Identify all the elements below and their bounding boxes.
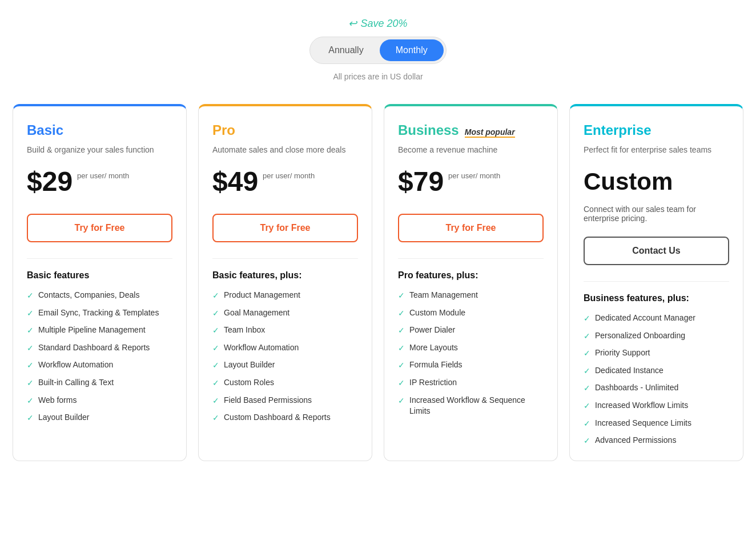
feature-item: ✓ Dashboards - Unlimited [584, 382, 729, 394]
feature-item: ✓ Advanced Permissions [584, 435, 729, 447]
feature-text: Layout Builder [224, 359, 275, 371]
feature-item: ✓ Custom Roles [212, 377, 358, 389]
feature-text: Layout Builder [38, 412, 90, 423]
feature-item: ✓ Built-in Calling & Text [27, 377, 172, 389]
divider-basic [27, 258, 172, 259]
feature-item: ✓ Dedicated Instance [584, 365, 729, 377]
feature-text: Personalized Onboarding [595, 330, 685, 342]
feature-text: Advanced Permissions [595, 435, 676, 446]
cta-button-enterprise[interactable]: Contact Us [584, 237, 729, 265]
plan-name-pro: Pro [212, 122, 235, 138]
plan-name-row-pro: Pro [212, 122, 358, 142]
feature-text: Increased Workflow & Sequence Limits [409, 395, 544, 417]
feature-item: ✓ Team Inbox [212, 325, 358, 337]
check-icon: ✓ [27, 343, 34, 354]
check-icon: ✓ [584, 383, 590, 394]
billing-toggle: Annually Monthly [309, 37, 446, 64]
most-popular-badge: Most popular [465, 127, 515, 137]
features-list-pro: ✓ Product Management ✓ Goal Management ✓… [212, 290, 358, 424]
cta-button-pro[interactable]: Try for Free [212, 214, 358, 242]
feature-item: ✓ Product Management [212, 290, 358, 302]
check-icon: ✓ [27, 360, 34, 371]
features-title-business: Pro features, plus: [398, 270, 544, 281]
check-icon: ✓ [27, 308, 34, 319]
feature-text: Team Inbox [224, 325, 265, 336]
feature-item: ✓ Personalized Onboarding [584, 330, 729, 342]
plans-grid: BasicBuild & organize your sales functio… [13, 104, 743, 461]
price-amount-enterprise: Custom [584, 168, 673, 195]
feature-text: Dedicated Instance [595, 365, 663, 377]
price-container-enterprise: Custom [584, 168, 729, 195]
plan-card-business: BusinessMost popularBecome a revenue mac… [384, 104, 558, 461]
price-container-basic: $29 per user/ month [27, 168, 172, 195]
feature-item: ✓ Field Based Permissions [212, 395, 358, 407]
feature-text: Multiple Pipeline Management [38, 325, 146, 336]
plan-card-pro: ProAutomate sales and close more deals $… [198, 104, 372, 461]
plan-name-row-business: BusinessMost popular [398, 122, 544, 142]
check-icon: ✓ [212, 325, 219, 337]
check-icon: ✓ [398, 325, 405, 337]
divider-pro [212, 258, 358, 259]
check-icon: ✓ [27, 325, 34, 337]
monthly-button[interactable]: Monthly [380, 39, 444, 61]
feature-item: ✓ Team Management [398, 290, 544, 302]
features-list-basic: ✓ Contacts, Companies, Deals ✓ Email Syn… [27, 290, 172, 424]
price-unit-pro: per user/ month [263, 168, 315, 181]
feature-item: ✓ Email Sync, Tracking & Templates [27, 307, 172, 319]
annually-button[interactable]: Annually [312, 39, 379, 61]
feature-item: ✓ Multiple Pipeline Management [27, 325, 172, 337]
feature-item: ✓ Increased Workflow & Sequence Limits [398, 395, 544, 417]
cta-button-basic[interactable]: Try for Free [27, 214, 172, 242]
arrow-icon: ↩ [348, 17, 357, 30]
feature-item: ✓ Increased Workflow Limits [584, 400, 729, 412]
feature-item: ✓ Goal Management [212, 307, 358, 319]
feature-text: Goal Management [224, 307, 289, 319]
feature-text: Increased Workflow Limits [595, 400, 688, 411]
feature-item: ✓ Power Dialer [398, 325, 544, 337]
check-icon: ✓ [584, 418, 590, 430]
features-list-business: ✓ Team Management ✓ Custom Module ✓ Powe… [398, 290, 544, 417]
check-icon: ✓ [398, 378, 405, 389]
feature-item: ✓ Custom Dashboard & Reports [212, 412, 358, 424]
feature-text: Contacts, Companies, Deals [38, 290, 139, 301]
check-icon: ✓ [398, 395, 405, 407]
check-icon: ✓ [584, 435, 590, 447]
cta-button-business[interactable]: Try for Free [398, 214, 544, 242]
feature-item: ✓ Web forms [27, 395, 172, 407]
feature-text: Dashboards - Unlimited [595, 382, 678, 394]
feature-text: Email Sync, Tracking & Templates [38, 307, 159, 319]
feature-item: ✓ Workflow Automation [212, 342, 358, 354]
plan-name-row-basic: Basic [27, 122, 172, 142]
feature-item: ✓ Standard Dashboard & Reports [27, 342, 172, 354]
price-note: All prices are in US dollar [333, 72, 423, 81]
divider-business [398, 258, 544, 259]
feature-text: Built-in Calling & Text [38, 377, 114, 389]
feature-text: IP Restriction [409, 377, 457, 389]
price-amount-basic: $29 [27, 168, 73, 195]
price-unit-business: per user/ month [448, 168, 500, 181]
check-icon: ✓ [212, 360, 219, 371]
check-icon: ✓ [27, 413, 34, 424]
feature-item: ✓ Contacts, Companies, Deals [27, 290, 172, 302]
plan-card-basic: BasicBuild & organize your sales functio… [13, 104, 187, 461]
plan-description-pro: Automate sales and close more deals [212, 145, 358, 154]
feature-text: Priority Support [595, 347, 650, 359]
feature-text: More Layouts [409, 342, 458, 354]
feature-item: ✓ Layout Builder [27, 412, 172, 424]
check-icon: ✓ [212, 290, 219, 302]
check-icon: ✓ [398, 290, 405, 302]
price-amount-business: $79 [398, 168, 444, 195]
plan-description-basic: Build & organize your sales function [27, 145, 172, 154]
feature-text: Increased Sequence Limits [595, 418, 691, 429]
feature-text: Power Dialer [409, 325, 455, 336]
check-icon: ✓ [398, 343, 405, 354]
feature-text: Custom Module [409, 307, 465, 319]
plan-name-enterprise: Enterprise [584, 122, 652, 138]
feature-item: ✓ More Layouts [398, 342, 544, 354]
check-icon: ✓ [212, 395, 219, 407]
feature-text: Formula Fields [409, 359, 463, 371]
plan-name-row-enterprise: Enterprise [584, 122, 729, 142]
plan-description-enterprise: Perfect fit for enterprise sales teams [584, 145, 729, 154]
feature-text: Standard Dashboard & Reports [38, 342, 150, 354]
plan-card-enterprise: EnterprisePerfect fit for enterprise sal… [569, 104, 743, 461]
